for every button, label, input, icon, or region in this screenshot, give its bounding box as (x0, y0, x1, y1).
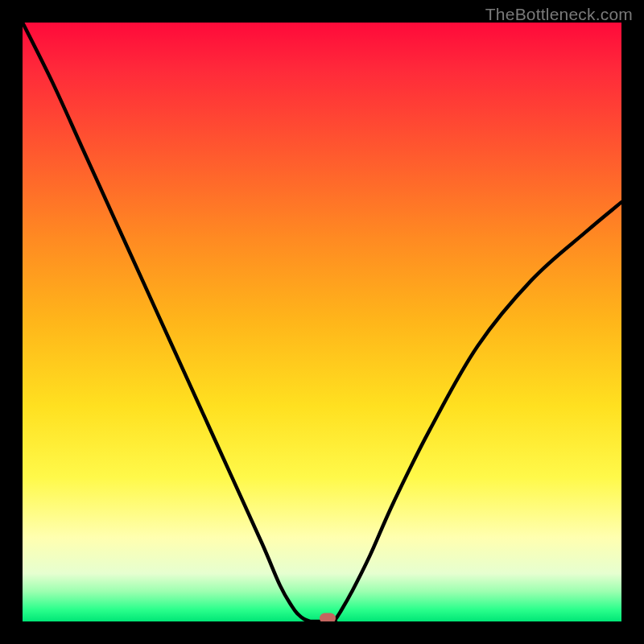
bottleneck-curve (23, 23, 621, 621)
chart-frame: TheBottleneck.com (0, 0, 644, 644)
watermark-text: TheBottleneck.com (485, 5, 633, 24)
plot-area (23, 23, 621, 621)
optimal-marker (320, 613, 336, 621)
